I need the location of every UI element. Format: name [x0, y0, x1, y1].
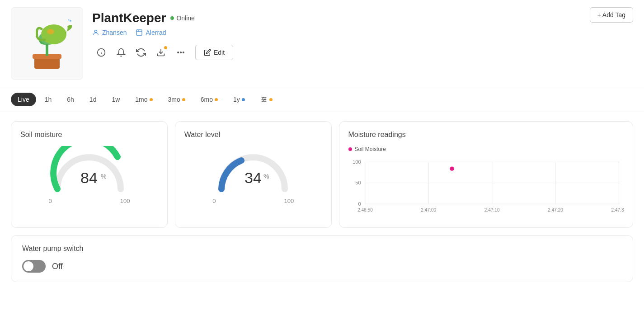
water-level-gauge: 34 % 0 100: [184, 146, 322, 204]
svg-text:2:47:10: 2:47:10: [484, 208, 499, 212]
moisture-chart-card: Moisture readings Soil Moisture 100 50: [339, 121, 634, 228]
device-title: PlantKeeper Online: [92, 11, 590, 25]
chart-legend: Soil Moisture: [348, 146, 624, 152]
add-tag-label: + Add Tag: [597, 11, 625, 19]
soil-moisture-max: 100: [120, 198, 130, 204]
tab-1mo-dot: [150, 98, 153, 101]
tab-6h-label: 6h: [67, 96, 74, 103]
svg-point-11: [47, 29, 54, 34]
location-meta[interactable]: Alerrad: [136, 29, 166, 36]
add-tag-button[interactable]: + Add Tag: [590, 7, 633, 23]
tab-3mo-label: 3mo: [168, 96, 180, 103]
info-button[interactable]: [92, 43, 110, 61]
svg-text:2:46:50: 2:46:50: [357, 208, 373, 212]
svg-point-22: [183, 52, 184, 53]
user-meta[interactable]: Zhansen: [92, 29, 127, 36]
edit-label: Edit: [214, 49, 225, 56]
tab-1d[interactable]: 1d: [83, 93, 103, 106]
online-dot: [170, 16, 174, 20]
svg-point-6: [71, 24, 72, 25]
svg-text:%: %: [263, 173, 269, 180]
recycle-button[interactable]: [132, 43, 150, 61]
data-point: [450, 167, 454, 171]
soil-moisture-gauge: 84 % 0 100: [20, 146, 158, 204]
tab-live-label: Live: [18, 96, 29, 103]
svg-text:%: %: [101, 173, 106, 180]
water-level-svg: 34 %: [212, 146, 294, 196]
toggle-slider: [22, 260, 46, 273]
svg-text:34: 34: [244, 169, 262, 186]
chart-svg: 100 50 0 2:46:50 2:47:00 2:47:10 2:47:20…: [348, 158, 624, 217]
location-label: Alerrad: [146, 29, 166, 36]
svg-point-7: [69, 22, 71, 24]
gauges-row: Soil moisture 84 % 0 100 Water le: [11, 121, 633, 228]
device-image: [11, 7, 83, 80]
header-info: PlantKeeper Online Zhansen Alerrad: [92, 7, 590, 61]
tab-6mo[interactable]: 6mo: [194, 93, 225, 106]
pump-switch-title: Water pump switch: [22, 245, 622, 253]
edit-button[interactable]: Edit: [195, 45, 233, 60]
bell-button[interactable]: [112, 43, 130, 61]
legend-label: Soil Moisture: [355, 146, 386, 152]
user-label: Zhansen: [102, 29, 127, 36]
svg-point-10: [68, 19, 70, 21]
tab-settings-dot: [269, 98, 273, 101]
tab-1mo[interactable]: 1mo: [128, 93, 159, 106]
soil-moisture-title: Soil moisture: [20, 131, 158, 139]
soil-moisture-min: 0: [48, 198, 52, 204]
device-name: PlantKeeper: [92, 11, 166, 25]
tab-6mo-label: 6mo: [201, 96, 213, 103]
header: PlantKeeper Online Zhansen Alerrad: [0, 0, 644, 87]
water-level-title: Water level: [184, 131, 322, 139]
svg-text:2:47:30: 2:47:30: [611, 208, 624, 212]
toolbar: Edit: [92, 43, 590, 61]
water-level-min: 0: [212, 198, 216, 204]
svg-point-28: [263, 101, 264, 102]
water-level-max: 100: [284, 198, 294, 204]
svg-text:84: 84: [80, 169, 98, 186]
soil-moisture-svg: 84 %: [48, 146, 130, 196]
svg-rect-13: [136, 30, 142, 35]
water-level-card: Water level 34 % 0 100: [175, 121, 332, 228]
tab-1w[interactable]: 1w: [105, 93, 127, 106]
pump-toggle[interactable]: [22, 260, 46, 273]
svg-point-27: [264, 99, 266, 100]
tab-1h-label: 1h: [45, 96, 52, 103]
tab-1h[interactable]: 1h: [38, 93, 59, 106]
tab-1y[interactable]: 1y: [226, 93, 252, 106]
online-badge: Online: [170, 14, 194, 22]
svg-point-9: [70, 20, 71, 22]
svg-point-5: [41, 24, 66, 44]
more-button[interactable]: [172, 43, 190, 61]
svg-point-20: [178, 52, 179, 53]
soil-moisture-range: 0 100: [48, 198, 130, 204]
tab-1y-dot: [242, 98, 245, 101]
online-status: Online: [176, 14, 194, 22]
svg-point-21: [180, 52, 182, 53]
time-tabs: Live 1h 6h 1d 1w 1mo 3mo 6mo 1y: [0, 87, 644, 112]
tab-1d-label: 1d: [89, 96, 97, 103]
pump-state-label: Off: [52, 262, 63, 271]
water-level-range: 0 100: [212, 198, 294, 204]
pump-switch-card: Water pump switch Off: [11, 235, 633, 282]
tab-6h[interactable]: 6h: [60, 93, 81, 106]
moisture-chart-title: Moisture readings: [348, 131, 624, 139]
tab-3mo-dot: [182, 98, 185, 101]
tab-settings[interactable]: [254, 93, 279, 106]
svg-point-26: [262, 97, 263, 99]
tab-1mo-label: 1mo: [135, 96, 147, 103]
tab-live[interactable]: Live: [11, 93, 36, 106]
device-meta: Zhansen Alerrad: [92, 29, 590, 36]
settings-icon: [260, 96, 268, 103]
switch-row: Off: [22, 260, 622, 273]
content: Soil moisture 84 % 0 100 Water le: [0, 112, 644, 291]
download-button[interactable]: [152, 43, 170, 61]
svg-point-12: [94, 30, 97, 33]
svg-text:100: 100: [353, 159, 361, 165]
soil-moisture-card: Soil moisture 84 % 0 100: [11, 121, 168, 228]
tab-1y-label: 1y: [233, 96, 240, 103]
svg-text:2:47:00: 2:47:00: [421, 208, 436, 212]
download-dot: [164, 46, 167, 49]
tab-3mo[interactable]: 3mo: [161, 93, 192, 106]
tab-6mo-dot: [215, 98, 218, 101]
